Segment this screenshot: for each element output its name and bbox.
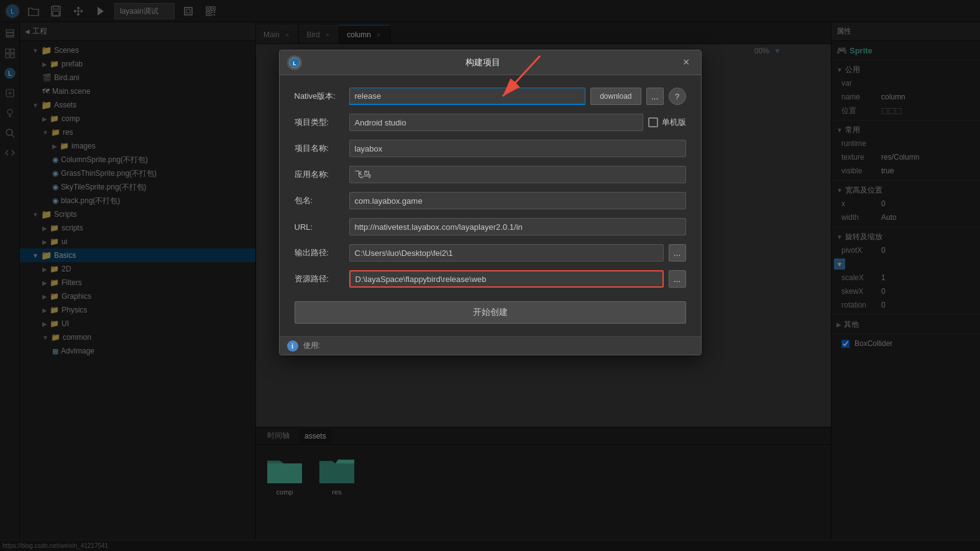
- download-button[interactable]: download: [590, 88, 641, 105]
- form-row-package: 包名:: [295, 192, 686, 209]
- native-version-input[interactable]: [349, 88, 586, 105]
- modal-titlebar: L 构建项目 ×: [280, 50, 701, 75]
- modal-overlay: L 构建项目 × Native版本: download ... ? 项目类型:: [0, 0, 980, 551]
- form-label-output-path: 输出路径:: [295, 247, 344, 258]
- build-project-modal: L 构建项目 × Native版本: download ... ? 项目类型:: [279, 50, 702, 355]
- modal-logo: L: [287, 55, 302, 70]
- standalone-label: 单机版: [662, 117, 686, 128]
- standalone-checkbox[interactable]: [648, 117, 658, 127]
- form-label-project-type: 项目类型:: [295, 117, 344, 128]
- form-label-project-name: 项目名称:: [295, 143, 344, 154]
- form-row-project-name: 项目名称:: [295, 140, 686, 157]
- app-name-input[interactable]: [349, 166, 686, 183]
- form-label-native-version: Native版本:: [295, 91, 344, 102]
- project-type-select[interactable]: Android studio Xcode: [349, 114, 643, 131]
- project-name-input[interactable]: [349, 140, 686, 157]
- native-version-wrap: [349, 88, 586, 105]
- url-input[interactable]: [349, 218, 686, 235]
- form-row-app-name: 应用名称:: [295, 166, 686, 183]
- form-row-url: URL:: [295, 218, 686, 235]
- modal-title: 构建项目: [307, 57, 659, 68]
- form-label-app-name: 应用名称:: [295, 169, 344, 180]
- form-label-url: URL:: [295, 222, 344, 232]
- modal-bottom-bar: i 使用:: [280, 336, 701, 355]
- project-type-wrap: Android studio Xcode: [349, 114, 643, 131]
- form-row-project-type: 项目类型: Android studio Xcode 单机版: [295, 114, 686, 131]
- more-button[interactable]: ...: [646, 88, 664, 105]
- standalone-wrap: 单机版: [648, 117, 686, 128]
- form-row-native-version: Native版本: download ... ?: [295, 88, 686, 105]
- output-path-more-button[interactable]: ...: [669, 244, 686, 262]
- info-icon: i: [287, 340, 298, 352]
- build-button[interactable]: 开始创建: [295, 301, 686, 324]
- modal-body: Native版本: download ... ? 项目类型: Android s…: [280, 75, 701, 336]
- form-row-resource-path: 资源路径: ...: [295, 270, 686, 288]
- resource-path-input[interactable]: [349, 270, 664, 288]
- modal-close-button[interactable]: ×: [679, 55, 694, 70]
- svg-text:L: L: [293, 60, 296, 66]
- form-row-output-path: 输出路径: ...: [295, 244, 686, 262]
- output-path-input[interactable]: [349, 244, 664, 262]
- package-input[interactable]: [349, 192, 686, 209]
- resource-path-more-button[interactable]: ...: [669, 270, 686, 288]
- usage-text: 使用:: [303, 340, 320, 351]
- form-label-package: 包名:: [295, 195, 344, 206]
- form-label-resource-path: 资源路径:: [295, 273, 344, 285]
- help-button[interactable]: ?: [669, 88, 686, 105]
